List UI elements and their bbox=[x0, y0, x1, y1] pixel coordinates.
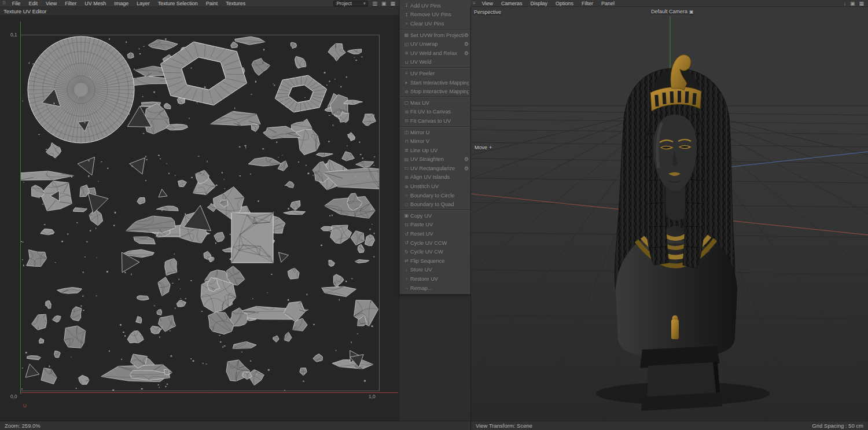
gear-icon[interactable]: ⚙ bbox=[464, 41, 469, 47]
unstitch-icon: ⊗ bbox=[403, 184, 410, 189]
windows-icon[interactable]: ▣ bbox=[850, 0, 855, 7]
menu-item-image[interactable]: Image bbox=[110, 1, 133, 6]
uv-menu-item-mirror-u[interactable]: ◫Mirror U bbox=[400, 128, 470, 137]
uv-menu-item-uv-straighten[interactable]: ▤UV Straighten⚙ bbox=[400, 155, 470, 164]
gear-icon[interactable]: ⚙ bbox=[464, 156, 469, 162]
uv-coord-bottom-left: 0,0 bbox=[10, 394, 17, 399]
uv-menu-item-store-uv[interactable]: ↓Store UV bbox=[400, 266, 470, 275]
uv-map-canvas[interactable] bbox=[0, 16, 399, 421]
uv-menu-item-paste-uv[interactable]: ⊡Paste UV bbox=[400, 220, 470, 230]
menu-item-uv-mesh[interactable]: UV Mesh bbox=[80, 1, 110, 6]
uv-menu-item-stop-interactive-mapping[interactable]: ⊘Stop Interactive Mapping bbox=[400, 87, 470, 96]
uv-menu-item-label: Mirror U bbox=[410, 130, 469, 135]
arrow-down-icon[interactable]: ↓ bbox=[843, 0, 846, 7]
uv-menu-item-label: UV Weld bbox=[410, 59, 469, 65]
uv-menu-item-label: Reset UV bbox=[410, 231, 469, 237]
uv-menu-item-unstitch-uv[interactable]: ⊗Unstitch UV bbox=[400, 182, 470, 191]
uv-menu-item-label: Copy UV bbox=[410, 213, 469, 219]
camera-label[interactable]: Default Camera ▣ bbox=[651, 9, 694, 14]
gear-icon[interactable]: ⚙ bbox=[464, 50, 469, 56]
uv-menu-item-uv-rectangularize[interactable]: ▭UV Rectangularize⚙ bbox=[400, 164, 470, 173]
menu-item-filter[interactable]: Filter bbox=[61, 1, 80, 6]
uv-menu-item-label: Flip Sequence bbox=[410, 258, 469, 264]
uv-menu-item-uv-peeler[interactable]: ≡UV Peeler bbox=[400, 69, 470, 78]
uv-menu-item-flip-sequence[interactable]: ⇄Flip Sequence bbox=[400, 256, 470, 266]
uv-menu-item-start-interactive-mapping[interactable]: ▸Start Interactive Mapping bbox=[400, 78, 470, 87]
cycle-cw-icon: ↻ bbox=[403, 249, 410, 255]
move-tool-label: Move + bbox=[475, 145, 492, 150]
uv-menu-item-mirror-v[interactable]: ⊓Mirror V bbox=[400, 137, 470, 146]
menu-item-view[interactable]: View bbox=[42, 1, 61, 6]
view-label[interactable]: Perspective bbox=[474, 9, 501, 15]
uv-menu-item-label: Remap... bbox=[410, 285, 469, 291]
uv-menu-item-cycle-uv-ccw[interactable]: ↺Cycle UV CCW bbox=[400, 238, 470, 248]
uv-menu-item-label: Start Interactive Mapping bbox=[410, 80, 469, 86]
paste-icon: ⊡ bbox=[403, 222, 410, 227]
uv-menu-item-uv-weld-and-relax[interactable]: ≋UV Weld and Relax⚙ bbox=[400, 49, 470, 58]
line-up-icon: ≣ bbox=[403, 148, 410, 153]
uv-menu-item-boundary-to-quad[interactable]: □Boundary to Quad bbox=[400, 200, 470, 209]
uv-menu-item-remove-uv-pins[interactable]: ↥Remove UV Pins bbox=[400, 10, 470, 20]
uv-menu-item-remap[interactable]: →Remap... bbox=[400, 284, 470, 293]
viewport-menubar: ≡ ViewCamerasDisplayOptionsFilterPanel ↓… bbox=[470, 0, 868, 7]
uv-menu-item-label: UV Peeler bbox=[410, 71, 469, 76]
menu-item-paint[interactable]: Paint bbox=[202, 1, 222, 6]
restore-icon: ↑ bbox=[403, 277, 410, 282]
uv-editor-menubar-right: Project ▾ ▥ ▣ ▦ bbox=[333, 0, 399, 7]
vp-menu-item-options[interactable]: Options bbox=[551, 1, 578, 6]
uv-menu-item-max-uv[interactable]: ▢Max UV bbox=[400, 98, 470, 108]
windows-icon[interactable]: ▣ bbox=[381, 0, 387, 7]
uv-menu-item-uv-unwrap[interactable]: ◱UV Unwrap⚙ bbox=[400, 39, 470, 49]
grid-icon[interactable]: ▦ bbox=[859, 0, 864, 7]
uv-menu-item-fit-uv-to-canvas[interactable]: ⊞Fit UV to Canvas bbox=[400, 108, 470, 117]
menu-item-layer[interactable]: Layer bbox=[133, 1, 154, 6]
rectangularize-icon: ▭ bbox=[403, 166, 410, 171]
uv-menu-item-set-uvw-from-projection[interactable]: ▦Set UVW from Projection⚙ bbox=[400, 31, 470, 40]
uv-menu-item-label: Remove UV Pins bbox=[410, 12, 469, 17]
remap-icon: → bbox=[403, 285, 410, 291]
uv-menu-item-reset-uv[interactable]: ↺Reset UV bbox=[400, 229, 470, 238]
copy-icon: ▣ bbox=[403, 213, 410, 218]
vp-menu-item-view[interactable]: View bbox=[478, 1, 497, 6]
pin-clear-icon: × bbox=[403, 21, 410, 26]
uv-menu-item-align-uv-islands[interactable]: ⊞Align UV Islands bbox=[400, 173, 470, 182]
unwrap-icon: ◱ bbox=[403, 42, 410, 47]
uv-menu-item-add-uv-pins[interactable]: ↧Add UV Pins bbox=[400, 1, 470, 10]
uv-menu-item-uv-weld[interactable]: ⊔UV Weld bbox=[400, 58, 470, 67]
uv-menu-item-cycle-uv-cw[interactable]: ↻Cycle UV CW bbox=[400, 247, 470, 256]
cycle-ccw-icon: ↺ bbox=[403, 240, 410, 245]
weld-relax-icon: ≋ bbox=[403, 50, 410, 56]
vp-menu-item-filter[interactable]: Filter bbox=[578, 1, 597, 6]
palette-separator bbox=[400, 29, 470, 30]
palette-separator bbox=[400, 97, 470, 98]
uv-menu-item-label: Max UV bbox=[410, 100, 469, 106]
uv-menu-item-label: Mirror V bbox=[410, 138, 469, 144]
gear-icon[interactable]: ⚙ bbox=[464, 32, 469, 38]
uv-menu-item-boundary-to-circle[interactable]: ○Boundary to Circle bbox=[400, 191, 470, 200]
palette-separator bbox=[400, 210, 470, 211]
uv-menu-item-restore-uv[interactable]: ↑Restore UV bbox=[400, 274, 470, 284]
mirror-v-icon: ⊓ bbox=[403, 139, 410, 144]
vp-menu-item-display[interactable]: Display bbox=[527, 1, 552, 6]
viewport-menus: ViewCamerasDisplayOptionsFilterPanel bbox=[478, 1, 619, 6]
histogram-icon[interactable]: ▥ bbox=[372, 0, 377, 7]
move-icon: + bbox=[489, 145, 492, 150]
menu-item-texture-selection[interactable]: Texture Selection bbox=[154, 1, 202, 6]
menu-item-file[interactable]: File bbox=[8, 1, 25, 6]
vp-menu-item-cameras[interactable]: Cameras bbox=[497, 1, 527, 6]
menu-item-textures[interactable]: Textures bbox=[222, 1, 249, 6]
pin-add-icon: ↧ bbox=[403, 3, 410, 8]
drag-handle-icon[interactable]: ⠿ bbox=[0, 1, 8, 6]
project-dropdown[interactable]: Project ▾ bbox=[333, 1, 368, 6]
vp-menu-item-panel[interactable]: Panel bbox=[597, 1, 619, 6]
grid-icon[interactable]: ▦ bbox=[390, 0, 395, 7]
perspective-viewport[interactable]: Perspective Default Camera ▣ Move + bbox=[470, 7, 868, 421]
uv-menu-item-label: UV Weld and Relax bbox=[410, 50, 464, 56]
uv-menu-item-fit-canvas-to-uv[interactable]: ⊟Fit Canvas to UV bbox=[400, 116, 470, 126]
gear-icon[interactable]: ⚙ bbox=[464, 166, 469, 171]
uv-menu-item-copy-uv[interactable]: ▣Copy UV bbox=[400, 211, 470, 220]
menu-item-edit[interactable]: Edit bbox=[24, 1, 42, 6]
uv-menu-item-line-up-uv[interactable]: ≣Line Up UV bbox=[400, 146, 470, 155]
uv-menu-item-clear-uv-pins[interactable]: ×Clear UV Pins bbox=[400, 19, 470, 28]
hamburger-menu-icon[interactable]: ≡ bbox=[470, 1, 478, 6]
